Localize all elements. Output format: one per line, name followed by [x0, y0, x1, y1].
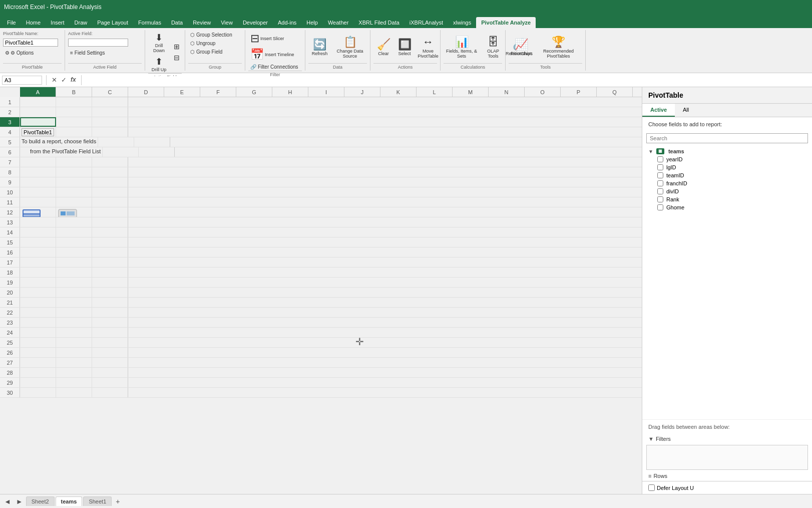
pivotchart-button[interactable]: 📈 PivotChart: [509, 37, 534, 57]
tab-view[interactable]: View: [216, 17, 238, 28]
cell-c14[interactable]: [92, 227, 128, 237]
cell-rest-19[interactable]: [128, 278, 642, 287]
cell-c3[interactable]: [92, 117, 128, 127]
cell-b3[interactable]: [56, 117, 92, 127]
cell-c5[interactable]: [134, 137, 170, 147]
cell-b6[interactable]: [103, 147, 139, 157]
confirm-formula-icon[interactable]: ✓: [60, 75, 68, 85]
cell-b19[interactable]: [56, 278, 92, 287]
lgid-checkbox[interactable]: [657, 164, 663, 170]
cell-a13[interactable]: [20, 217, 56, 227]
cell-rest-15[interactable]: [128, 237, 642, 247]
row-num-3[interactable]: 3: [0, 117, 20, 127]
cell-b28[interactable]: [56, 368, 92, 377]
row-num-29[interactable]: 29: [0, 378, 20, 387]
cell-a18[interactable]: [20, 268, 56, 277]
scroll-sheets-right[interactable]: ►: [14, 496, 25, 506]
tab-pivottable-analyze[interactable]: PivotTable Analyze: [476, 17, 536, 28]
cell-b8[interactable]: [56, 167, 92, 177]
cell-b12[interactable]: [56, 207, 92, 217]
cell-a19[interactable]: [20, 278, 56, 287]
pivot-filters-box[interactable]: [646, 445, 808, 470]
cell-rest-29[interactable]: [128, 378, 642, 387]
cell-b24[interactable]: [56, 328, 92, 337]
row-num-1[interactable]: 1: [0, 97, 20, 107]
row-num-28[interactable]: 28: [0, 368, 20, 377]
col-header-o[interactable]: O: [525, 87, 561, 97]
cell-b9[interactable]: [56, 177, 92, 187]
cell-b26[interactable]: [56, 348, 92, 357]
cell-c17[interactable]: [92, 258, 128, 267]
cell-rest-18[interactable]: [128, 268, 642, 277]
group-selection-button[interactable]: ⬡ Group Selection: [188, 31, 234, 39]
cell-rest-1[interactable]: [128, 97, 642, 107]
row-num-21[interactable]: 21: [0, 298, 20, 307]
col-header-p[interactable]: P: [561, 87, 597, 97]
add-sheet-button[interactable]: +: [113, 496, 123, 506]
cell-c13[interactable]: [92, 217, 128, 227]
cell-rest-20[interactable]: [128, 288, 642, 297]
row-num-12[interactable]: 12: [0, 207, 20, 217]
cell-c23[interactable]: [92, 318, 128, 327]
cell-b20[interactable]: [56, 288, 92, 297]
row-num-18[interactable]: 18: [0, 268, 20, 277]
cell-b13[interactable]: [56, 217, 92, 227]
cell-rest-6[interactable]: [175, 147, 642, 157]
cell-rest-10[interactable]: [128, 187, 642, 197]
cell-b25[interactable]: [56, 338, 92, 347]
filter-connections-button[interactable]: 🔗 Filter Connections: [248, 63, 300, 71]
yearid-checkbox[interactable]: [657, 156, 663, 162]
sheet-tab-teams[interactable]: teams: [56, 496, 83, 506]
cell-b11[interactable]: [56, 197, 92, 207]
cell-rest-3[interactable]: [128, 117, 642, 127]
sheet-tab-sheet2[interactable]: Sheet2: [26, 496, 55, 506]
cell-a24[interactable]: [20, 328, 56, 337]
expand-icon[interactable]: ⊞: [172, 42, 182, 52]
cell-c6[interactable]: [139, 147, 175, 157]
cell-a9[interactable]: [20, 177, 56, 187]
olap-tools-button[interactable]: 🗄 OLAP Tools: [481, 35, 506, 60]
group-field-button[interactable]: ⬡ Group Field: [188, 48, 224, 56]
cell-rest-17[interactable]: [128, 258, 642, 267]
cell-c29[interactable]: [92, 378, 128, 387]
cell-a15[interactable]: [20, 237, 56, 247]
active-field-input[interactable]: [68, 39, 128, 47]
tab-ixbrl[interactable]: iXBRLAnalyst: [404, 17, 448, 28]
col-header-d[interactable]: D: [128, 87, 164, 97]
row-num-26[interactable]: 26: [0, 348, 20, 357]
cell-a16[interactable]: [20, 247, 56, 257]
fields-items-sets-button[interactable]: 📊 Fields, Items, & Sets: [444, 35, 480, 60]
ghome-checkbox[interactable]: [657, 204, 663, 210]
recommended-pivottables-button[interactable]: 🏆 Recommended PivotTables: [535, 35, 582, 60]
cell-a17[interactable]: [20, 258, 56, 267]
cell-b15[interactable]: [56, 237, 92, 247]
col-header-l[interactable]: L: [417, 87, 453, 97]
cell-a20[interactable]: [20, 288, 56, 297]
tab-insert[interactable]: Insert: [46, 17, 70, 28]
change-data-source-button[interactable]: 📋 Change Data Source: [333, 35, 367, 60]
cell-rest-5[interactable]: [170, 137, 642, 147]
scroll-sheets-left[interactable]: ◄: [2, 496, 13, 506]
row-num-9[interactable]: 9: [0, 177, 20, 187]
cell-a22[interactable]: [20, 308, 56, 317]
cell-rest-9[interactable]: [128, 177, 642, 187]
row-num-8[interactable]: 8: [0, 167, 20, 177]
pivot-search-input[interactable]: [646, 133, 808, 143]
tab-help[interactable]: Help: [301, 17, 323, 28]
cell-a28[interactable]: [20, 368, 56, 377]
row-num-7[interactable]: 7: [0, 157, 20, 167]
tab-page-layout[interactable]: Page Layout: [92, 17, 133, 28]
tab-formulas[interactable]: Formulas: [133, 17, 166, 28]
pivot-tab-all[interactable]: All: [675, 104, 697, 117]
pivot-field-franchid[interactable]: franchID: [642, 179, 812, 187]
cell-a8[interactable]: [20, 167, 56, 177]
tab-data[interactable]: Data: [166, 17, 188, 28]
cell-b18[interactable]: [56, 268, 92, 277]
cell-a25[interactable]: [20, 338, 56, 347]
cell-rest-21[interactable]: [128, 298, 642, 307]
tab-review[interactable]: Review: [188, 17, 216, 28]
row-num-6[interactable]: 6: [0, 147, 20, 157]
row-num-20[interactable]: 20: [0, 288, 20, 297]
row-num-25[interactable]: 25: [0, 338, 20, 347]
refresh-button[interactable]: 🔄 Refresh: [308, 37, 331, 57]
